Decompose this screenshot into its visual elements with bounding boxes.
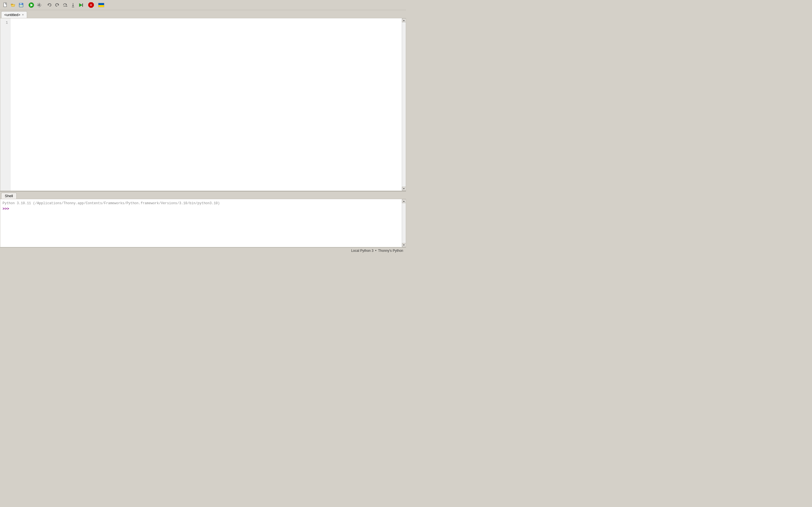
shell-tab-bar: Shell — [0, 191, 406, 199]
status-separator: • — [375, 249, 376, 252]
step-over-button[interactable] — [61, 1, 69, 9]
save-icon — [18, 3, 24, 8]
editor-container: <untitled> × 1 ▲ ▼ — [0, 10, 406, 191]
ukraine-flag-icon — [98, 3, 104, 7]
shell-prompt: >>> — [3, 207, 9, 211]
code-editor: 1 ▲ ▼ — [0, 18, 406, 191]
step-into-button[interactable] — [69, 1, 77, 9]
debug-icon — [37, 3, 42, 8]
editor-tab-bar: <untitled> × — [0, 10, 406, 18]
shell-vertical-scrollbar[interactable]: ▲ ▼ — [402, 199, 406, 247]
undo-button[interactable] — [46, 1, 53, 9]
svg-rect-3 — [11, 4, 13, 4]
shell-scrollbar-up-arrow[interactable]: ▲ — [402, 199, 406, 203]
toolbar-separator-2 — [43, 2, 45, 8]
svg-rect-5 — [20, 3, 22, 4]
run-to-cursor-button[interactable] — [77, 1, 85, 9]
new-button[interactable] — [2, 1, 9, 9]
step-into-icon — [70, 3, 75, 8]
shell-scrollbar-down-arrow[interactable]: ▼ — [402, 243, 406, 247]
editor-tab-untitled[interactable]: <untitled> × — [1, 11, 27, 18]
interpreter-label: Local Python 3 — [351, 249, 373, 252]
editor-vertical-scrollbar[interactable]: ▲ ▼ — [402, 18, 406, 191]
toolbar-separator-4 — [95, 2, 97, 8]
svg-marker-18 — [79, 3, 82, 7]
status-bar: Local Python 3 • Thonny's Python — [0, 247, 406, 253]
redo-icon — [55, 3, 60, 8]
code-input[interactable] — [10, 18, 402, 191]
save-button[interactable] — [17, 1, 25, 9]
svg-rect-6 — [19, 5, 23, 7]
stop-icon — [88, 2, 94, 8]
shell-tab[interactable]: Shell — [1, 193, 17, 199]
svg-marker-14 — [66, 6, 67, 7]
scrollbar-up-arrow[interactable]: ▲ — [402, 18, 406, 22]
svg-marker-16 — [72, 5, 74, 6]
toolbar-separator-1 — [26, 2, 27, 8]
shell-tab-label: Shell — [5, 194, 13, 198]
run-icon — [29, 2, 34, 8]
scrollbar-down-arrow[interactable]: ▼ — [402, 187, 406, 191]
svg-point-9 — [38, 4, 40, 6]
shell-output[interactable]: Python 3.10.11 (/Applications/Thonny.app… — [0, 199, 402, 247]
run-to-cursor-icon — [79, 3, 84, 8]
redo-button[interactable] — [54, 1, 61, 9]
run-button[interactable] — [28, 1, 35, 9]
editor-tab-close[interactable]: × — [22, 13, 24, 16]
open-button[interactable] — [10, 1, 17, 9]
svg-marker-12 — [65, 4, 66, 5]
line-numbers: 1 — [0, 18, 10, 191]
toolbar — [0, 0, 406, 10]
step-over-icon — [63, 3, 68, 8]
svg-rect-0 — [4, 3, 6, 7]
undo-icon — [47, 3, 52, 8]
ukraine-flag-button[interactable] — [98, 1, 105, 9]
shell-panel: Shell Python 3.10.11 (/Applications/Thon… — [0, 191, 406, 247]
shell-python-info: Python 3.10.11 (/Applications/Thonny.app… — [3, 201, 400, 206]
debug-button[interactable] — [36, 1, 43, 9]
editor-tab-label: <untitled> — [4, 13, 20, 17]
line-number-1: 1 — [3, 20, 8, 26]
shell-content: Python 3.10.11 (/Applications/Thonny.app… — [0, 199, 406, 247]
thonny-python-label: Thonny's Python — [378, 249, 403, 252]
new-icon — [3, 3, 8, 8]
shell-prompt-line: >>> — [3, 206, 400, 212]
open-icon — [11, 3, 16, 8]
stop-button[interactable] — [87, 1, 95, 9]
toolbar-separator-3 — [85, 2, 87, 8]
